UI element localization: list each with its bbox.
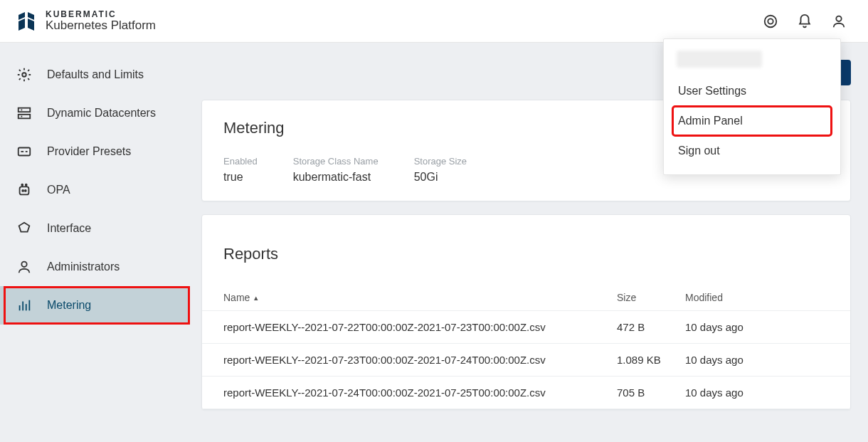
datacenter-icon [16,105,33,122]
help-icon[interactable] [763,14,778,29]
col-name-header[interactable]: Name ▴ [223,292,617,303]
brand-logo[interactable]: KUBERMATIC Kubernetes Platform [16,10,156,31]
report-name: report-WEEKLY--2021-07-24T00:00:00Z-2021… [223,386,617,399]
app-header: KUBERMATIC Kubernetes Platform [0,0,868,43]
table-row[interactable]: report-WEEKLY--2021-07-24T00:00:00Z-2021… [202,377,850,409]
svg-point-1 [768,19,773,23]
size-value: 50Gi [414,171,467,184]
menu-item-sign-out[interactable]: Sign out [674,137,830,164]
svg-point-12 [21,184,23,186]
presets-icon [16,143,33,160]
report-size: 705 B [617,386,685,399]
report-modified: 10 days ago [685,386,829,399]
sort-asc-icon: ▴ [254,293,258,302]
kubermatic-logo-icon [16,11,37,32]
svg-point-0 [765,15,777,27]
sidebar-item-label: Administrators [47,261,120,273]
kv-enabled: Enabled true [223,156,258,184]
gear-icon [16,66,33,83]
interface-icon [16,220,33,237]
table-row[interactable]: report-WEEKLY--2021-07-22T00:00:00Z-2021… [202,311,850,344]
report-name: report-WEEKLY--2021-07-22T00:00:00Z-2021… [223,321,617,333]
col-size-header[interactable]: Size [617,292,685,303]
svg-point-2 [836,16,841,21]
sidebar-item-label: Interface [47,222,91,235]
metering-bars-icon [16,297,33,314]
brand-text: KUBERMATIC Kubernetes Platform [46,10,156,31]
table-row[interactable]: report-WEEKLY--2021-07-23T00:00:00Z-2021… [202,344,850,377]
sidebar-item-label: Provider Presets [47,145,131,158]
svg-point-19 [21,262,26,267]
sidebar-item-interface[interactable]: Interface [0,209,189,248]
reports-table-head: Name ▴ Size Modified [202,279,850,311]
report-modified: 10 days ago [685,321,829,333]
header-right-icons [763,14,854,29]
sidebar-item-dynamic-datacenters[interactable]: Dynamic Datacenters [0,94,189,132]
report-size: 1.089 KB [617,354,685,366]
reports-title: Reports [223,245,829,263]
sidebar-item-label: OPA [47,184,70,196]
sidebar-item-defaults-and-limits[interactable]: Defaults and Limits [0,56,189,94]
sidebar-item-opa[interactable]: OPA [0,171,189,209]
sidebar: Defaults and Limits Dynamic Datacenters … [0,43,189,442]
enabled-label: Enabled [223,156,258,167]
report-name: report-WEEKLY--2021-07-23T00:00:00Z-2021… [223,354,617,366]
brand-name: KUBERMATIC [46,10,156,19]
sidebar-item-provider-presets[interactable]: Provider Presets [0,132,189,171]
sidebar-item-label: Metering [47,299,91,312]
administrators-icon [16,258,33,275]
sidebar-item-administrators[interactable]: Administrators [0,248,189,286]
user-display-name-blurred [677,51,762,68]
col-name-label: Name [223,292,250,303]
size-label: Storage Size [414,156,467,167]
svg-point-16 [22,190,23,191]
sidebar-item-label: Defaults and Limits [47,68,144,81]
kv-storage-size: Storage Size 50Gi [414,156,467,184]
metering-title: Metering [223,119,285,137]
user-menu: User Settings Admin Panel Sign out [663,38,841,175]
svg-marker-18 [19,223,30,232]
brand-subtitle: Kubernetes Platform [46,19,156,32]
svg-point-3 [22,73,26,77]
menu-item-user-settings[interactable]: User Settings [674,78,830,105]
svg-rect-4 [18,108,31,112]
svg-rect-8 [18,148,31,156]
opa-icon [16,181,33,199]
reports-card: Reports Name ▴ Size Modified report-WEEK… [201,214,851,410]
svg-point-17 [25,190,26,191]
user-icon[interactable] [831,14,847,29]
svg-rect-5 [18,115,31,119]
sidebar-item-metering[interactable]: Metering [0,286,189,325]
kv-storage-class-name: Storage Class Name kubermatic-fast [293,156,379,184]
scn-label: Storage Class Name [293,156,379,167]
menu-item-admin-panel[interactable]: Admin Panel [674,107,830,135]
sidebar-item-label: Dynamic Datacenters [47,107,156,120]
scn-value: kubermatic-fast [293,171,379,184]
enabled-value: true [223,171,258,184]
report-modified: 10 days ago [685,354,829,366]
col-modified-header[interactable]: Modified [685,292,829,303]
report-size: 472 B [617,321,685,333]
svg-point-13 [26,184,27,186]
bell-icon[interactable] [797,14,813,29]
